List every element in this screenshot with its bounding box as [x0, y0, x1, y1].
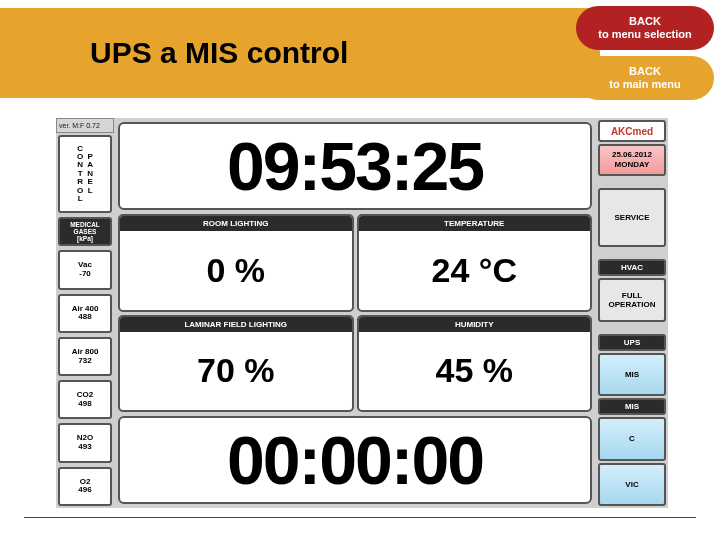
- cp-col-1: CONTROL: [77, 145, 83, 204]
- title-bar: UPS a MIS control: [0, 8, 600, 98]
- environment-grid: ROOM LIGHTING 0 % TEMPERATURE 24 °C LAMI…: [118, 214, 592, 412]
- left-column: ver. M:F 0.72 CONTROL PANEL MEDICAL GASE…: [56, 118, 114, 508]
- gas-tile[interactable]: Air 400488: [58, 294, 112, 333]
- gas-tile[interactable]: Air 800732: [58, 337, 112, 376]
- footer-rule: [24, 517, 696, 518]
- akcmed-logo: AKCmed: [598, 120, 666, 142]
- page-title: UPS a MIS control: [90, 36, 348, 70]
- c-button[interactable]: C: [598, 417, 666, 460]
- right-column: AKCmed 25.06.2012 MONDAY SERVICE HVAC FU…: [596, 118, 668, 508]
- hvac-header: HVAC: [598, 259, 666, 276]
- mis-button[interactable]: MIS: [598, 353, 666, 396]
- env-tile[interactable]: ROOM LIGHTING 0 %: [118, 214, 354, 312]
- env-tile[interactable]: HUMIDITY 45 %: [357, 315, 593, 413]
- back-to-menu-selection-button[interactable]: BACK to menu selection: [576, 6, 714, 50]
- gases-list: Vac-70Air 400488Air 800732CO2498N2O493O2…: [56, 248, 114, 508]
- ups-header: UPS: [598, 334, 666, 351]
- control-panel-label: CONTROL PANEL: [58, 135, 112, 213]
- gas-tile[interactable]: N2O493: [58, 423, 112, 462]
- middle-column: 09:53:25 ROOM LIGHTING 0 % TEMPERATURE 2…: [114, 118, 596, 508]
- back-to-main-menu-button[interactable]: BACK to main menu: [576, 56, 714, 100]
- env-tile[interactable]: LAMINAR FIELD LIGHTING 70 %: [118, 315, 354, 413]
- control-panel-screenshot: ver. M:F 0.72 CONTROL PANEL MEDICAL GASE…: [56, 118, 668, 508]
- gas-tile[interactable]: Vac-70: [58, 250, 112, 289]
- service-button[interactable]: SERVICE: [598, 188, 666, 247]
- gas-tile[interactable]: CO2498: [58, 380, 112, 419]
- env-tile[interactable]: TEMPERATURE 24 °C: [357, 214, 593, 312]
- medical-gases-header: MEDICAL GASES [kPa]: [58, 217, 112, 246]
- clock-display: 09:53:25: [118, 122, 592, 210]
- timer-display: 00:00:00: [118, 416, 592, 504]
- gas-tile[interactable]: O2496: [58, 467, 112, 506]
- version-label: ver. M:F 0.72: [56, 118, 114, 133]
- mis-header: MIS: [598, 398, 666, 415]
- date-display: 25.06.2012 MONDAY: [598, 144, 666, 176]
- full-operation-button[interactable]: FULLOPERATION: [598, 278, 666, 321]
- vic-button[interactable]: VIC: [598, 463, 666, 506]
- cp-col-2: PANEL: [87, 153, 93, 195]
